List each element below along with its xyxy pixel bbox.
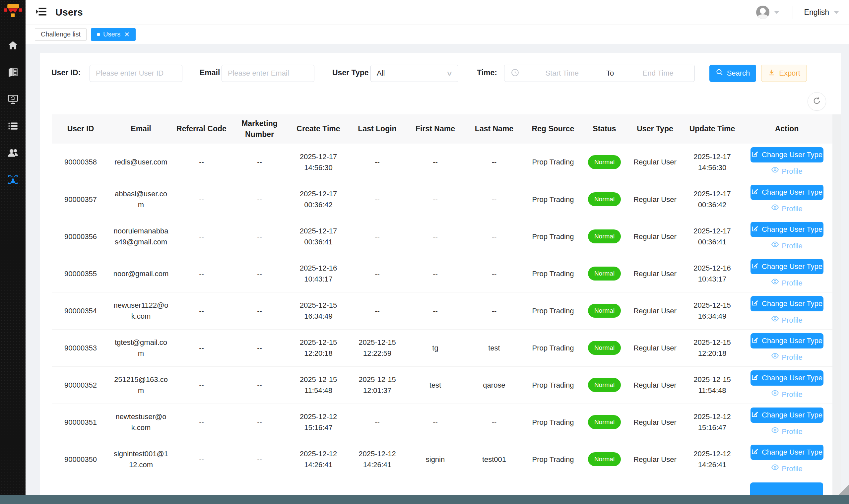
change-user-type-button[interactable]: Change User Type xyxy=(751,371,824,385)
avatar-caret-icon[interactable] xyxy=(774,11,779,14)
list-icon xyxy=(7,120,19,133)
cell-referral-code: -- xyxy=(173,441,231,478)
cell-status: Normal xyxy=(582,441,627,478)
column-header: Create Time xyxy=(289,114,348,144)
user-type-select[interactable]: All ∨ xyxy=(371,65,458,82)
filter-bar: User ID: Email User Type All ∨ Time: Sta… xyxy=(40,53,841,96)
search-button-label: Search xyxy=(727,69,750,77)
column-header: First Name xyxy=(406,114,464,144)
profile-link[interactable]: Profile xyxy=(744,426,829,437)
change-user-type-button[interactable]: Change User Type xyxy=(751,259,824,274)
table-row: 90000353tgtest@gmail.com----2025-12-15 1… xyxy=(52,329,832,366)
column-header: Reg Source xyxy=(524,114,582,144)
tab-close-icon[interactable]: ✕ xyxy=(124,31,130,38)
column-header: Referral Code xyxy=(173,114,231,144)
sidebar-item-monitor[interactable] xyxy=(0,90,25,109)
cell-update-time: 2025-12-12 14:26:41 xyxy=(683,441,741,478)
profile-link[interactable]: Profile xyxy=(744,203,829,214)
change-user-type-button[interactable]: Change User Type xyxy=(751,296,824,311)
profile-link[interactable]: Profile xyxy=(744,389,829,400)
cell-reg-source: Prop Trading xyxy=(524,292,582,329)
cell-last-name: -- xyxy=(464,144,524,181)
cell-reg-source: Prop Trading xyxy=(524,441,582,478)
change-user-type-button[interactable]: Change User Type xyxy=(751,408,824,423)
search-button[interactable]: Search xyxy=(709,65,756,82)
cell-update-time: 2025-12-17 00:36:42 xyxy=(683,181,741,218)
profile-link[interactable]: Profile xyxy=(744,315,829,326)
user-id-input[interactable] xyxy=(90,65,182,82)
cell-referral-code: -- xyxy=(173,218,231,255)
eye-icon xyxy=(771,389,779,400)
cell-create-time: 2025-12-17 14:56:30 xyxy=(289,144,348,181)
resize-grip[interactable] xyxy=(838,484,849,495)
profile-link[interactable]: Profile xyxy=(744,463,829,474)
edit-icon xyxy=(751,150,758,160)
email-input[interactable] xyxy=(221,65,314,82)
edit-icon xyxy=(751,411,758,420)
edit-icon xyxy=(751,188,758,197)
cell-action: Change User TypeProfile xyxy=(741,403,832,441)
content-area: User ID: Email User Type All ∨ Time: Sta… xyxy=(25,44,849,495)
cell-update-time: 2025-12-15 11:54:48 xyxy=(683,366,741,403)
profile-label: Profile xyxy=(782,352,802,363)
cell-email: newtestuser@ok.com xyxy=(109,403,173,441)
tab-challenge-list[interactable]: Challenge list xyxy=(35,28,87,41)
cell-first-name: -- xyxy=(406,181,464,218)
edit-icon xyxy=(751,336,758,345)
cell-last-name: -- xyxy=(464,255,524,292)
change-user-type-button[interactable]: Change User Type xyxy=(751,185,824,200)
cell-user-id: 90000358 xyxy=(52,144,109,181)
change-user-type-button[interactable]: Change User Type xyxy=(751,445,824,460)
eye-icon xyxy=(771,203,779,214)
status-badge: Normal xyxy=(588,378,621,392)
cell-user-type: Regular User xyxy=(627,329,683,366)
sidebar-item-list[interactable] xyxy=(0,117,25,136)
change-user-type-label: Change User Type xyxy=(762,374,823,382)
user-avatar[interactable] xyxy=(756,6,770,19)
cell-referral-code: -- xyxy=(173,181,231,218)
cell-status: Normal xyxy=(582,144,627,181)
profile-label: Profile xyxy=(782,203,802,214)
column-header: User ID xyxy=(52,114,109,144)
column-header: Marketing Number xyxy=(231,114,289,144)
change-user-type-button[interactable]: Change User Type xyxy=(751,147,824,162)
sidebar-item-book[interactable] xyxy=(0,63,25,83)
cell-action: Change User TypeProfile xyxy=(741,329,832,366)
cell-last-login: -- xyxy=(348,218,406,255)
change-user-type-button[interactable]: Change User Type xyxy=(751,333,824,348)
profile-link[interactable]: Profile xyxy=(744,277,829,288)
cell-reg-source: Prop Trading xyxy=(524,218,582,255)
tab-users[interactable]: Users ✕ xyxy=(91,28,136,41)
cell-user-type: Regular User xyxy=(627,255,683,292)
sidebar-collapse-button[interactable] xyxy=(35,6,48,19)
refresh-button[interactable] xyxy=(808,92,826,111)
sidebar-item-home[interactable] xyxy=(0,36,25,56)
cell-last-name: -- xyxy=(464,403,524,441)
cell-user-id: 90000356 xyxy=(52,218,109,255)
language-caret-icon[interactable] xyxy=(834,11,839,14)
export-button[interactable]: Export xyxy=(761,65,807,82)
profile-link[interactable]: Profile xyxy=(744,240,829,251)
cell-update-time: 2025-12-16 10:43:17 xyxy=(683,255,741,292)
brand-logo xyxy=(3,3,22,23)
profile-link[interactable]: Profile xyxy=(744,352,829,363)
change-user-type-button[interactable]: Change User Type xyxy=(751,222,824,237)
table-scrollbar[interactable] xyxy=(832,114,841,495)
cell-status: Normal xyxy=(582,403,627,441)
partial-change-user-type-button[interactable] xyxy=(750,483,823,495)
book-icon xyxy=(7,67,19,79)
avatar-body xyxy=(757,14,768,19)
change-user-type-label: Change User Type xyxy=(762,448,823,456)
cell-reg-source: Prop Trading xyxy=(524,403,582,441)
time-range-picker[interactable]: Start Time To End Time xyxy=(504,65,695,82)
sidebar-item-users[interactable] xyxy=(0,144,25,163)
topbar-divider xyxy=(793,6,793,19)
users-icon xyxy=(7,147,19,160)
profile-link[interactable]: Profile xyxy=(744,166,829,177)
sidebar-item-id-card[interactable] xyxy=(0,171,25,190)
cell-email: tgtest@gmail.com xyxy=(109,329,173,366)
cell-first-name: tg xyxy=(406,329,464,366)
cell-last-login: -- xyxy=(348,292,406,329)
status-badge: Normal xyxy=(588,341,621,355)
language-selector[interactable]: English xyxy=(804,8,829,17)
